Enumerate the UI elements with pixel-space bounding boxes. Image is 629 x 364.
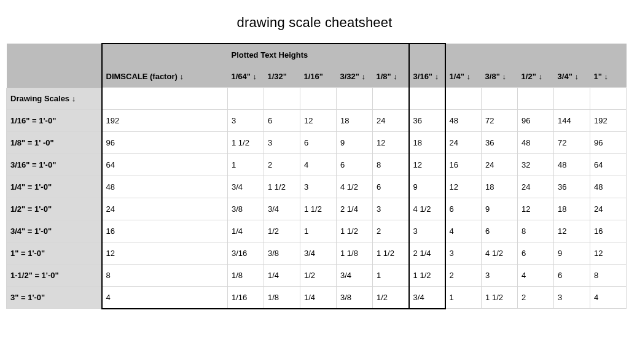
value-cell: 32 (518, 153, 554, 176)
row-scale-label: 1-1/2" = 1'-0" (7, 264, 102, 286)
value-cell: 2 1/4 (409, 242, 445, 264)
col-1: 1" ↓ (590, 66, 627, 88)
value-cell: 3 (300, 176, 337, 198)
value-cell: 6 (337, 153, 373, 176)
value-cell: 96 (518, 109, 554, 131)
table-row: 3/4" = 1'-0"161/41/211 1/2234681216 (7, 220, 627, 242)
value-cell: 9 (337, 131, 373, 153)
table-row: 1-1/2" = 1'-0"81/81/41/23/411 1/223468 (7, 264, 627, 286)
value-cell: 12 (590, 242, 627, 264)
drawing-scales-label-row: Drawing Scales ↓ (7, 88, 627, 110)
value-cell: 1 1/2 (300, 198, 337, 220)
value-cell: 1/2 (373, 286, 409, 309)
value-cell: 3/8 (337, 286, 373, 309)
value-cell: 2 1/4 (337, 198, 373, 220)
value-cell: 1 1/2 (373, 242, 409, 264)
cheatsheet-table: Plotted Text Heights DIMSCALE (factor) ↓… (6, 43, 627, 309)
value-cell: 1 1/2 (264, 176, 300, 198)
value-cell: 24 (373, 109, 409, 131)
value-cell: 36 (554, 176, 590, 198)
col-3-32: 3/32" ↓ (337, 66, 373, 88)
value-cell: 1/8 (228, 264, 264, 286)
dimscale-cell: 4 (102, 286, 228, 309)
value-cell: 2 (518, 286, 554, 309)
value-cell: 3/4 (337, 264, 373, 286)
table-row: 1" = 1'-0"123/163/83/41 1/81 1/22 1/434 … (7, 242, 627, 264)
cell-empty (590, 88, 627, 110)
value-cell: 6 (300, 131, 337, 153)
value-cell: 2 (445, 264, 482, 286)
value-cell: 12 (554, 220, 590, 242)
dimscale-cell: 16 (102, 220, 228, 242)
value-cell: 12 (300, 109, 337, 131)
row-scale-label: 3/4" = 1'-0" (7, 220, 102, 242)
col-3-4: 3/4" ↓ (554, 66, 590, 88)
value-cell: 3 (554, 286, 590, 309)
row-scale-label: 3" = 1'-0" (7, 286, 102, 309)
row-scale-label: 1/8" = 1' -0" (7, 131, 102, 153)
drawing-scales-label: Drawing Scales ↓ (7, 88, 102, 110)
value-cell: 6 (373, 176, 409, 198)
value-cell: 6 (445, 198, 482, 220)
plotted-text-heights-label: Plotted Text Heights (232, 50, 308, 60)
value-cell: 72 (482, 109, 518, 131)
value-cell: 6 (264, 109, 300, 131)
value-cell: 1 (373, 264, 409, 286)
value-cell: 1/2 (264, 220, 300, 242)
row-scale-label: 1/4" = 1'-0" (7, 176, 102, 198)
dimscale-cell: 24 (102, 198, 228, 220)
value-cell: 6 (554, 264, 590, 286)
dimscale-cell: 12 (102, 242, 228, 264)
value-cell: 24 (445, 131, 482, 153)
col-1-16: 1/16" (300, 66, 337, 88)
value-cell: 48 (590, 176, 627, 198)
value-cell: 1/4 (300, 286, 337, 309)
value-cell: 16 (590, 220, 627, 242)
header-row-2: DIMSCALE (factor) ↓ 1/64" ↓ 1/32" 1/16" … (7, 66, 627, 88)
value-cell: 3/4 (228, 176, 264, 198)
cell-empty (300, 88, 337, 110)
value-cell: 8 (518, 220, 554, 242)
value-cell: 72 (554, 131, 590, 153)
value-cell: 6 (482, 220, 518, 242)
value-cell: 18 (482, 176, 518, 198)
col-3-16: 3/16" ↓ (409, 66, 445, 88)
value-cell: 36 (409, 109, 445, 131)
dimscale-cell: 192 (102, 109, 228, 131)
dimscale-cell: 48 (102, 176, 228, 198)
value-cell: 64 (590, 153, 627, 176)
value-cell: 48 (554, 153, 590, 176)
value-cell: 3/8 (228, 198, 264, 220)
value-cell: 2 (264, 153, 300, 176)
value-cell: 1/8 (264, 286, 300, 309)
value-cell: 36 (482, 131, 518, 153)
value-cell: 192 (590, 109, 627, 131)
value-cell: 4 (300, 153, 337, 176)
value-cell: 1 1/2 (337, 220, 373, 242)
value-cell: 48 (518, 131, 554, 153)
value-cell: 9 (409, 176, 445, 198)
value-cell: 24 (482, 153, 518, 176)
value-cell: 12 (409, 153, 445, 176)
row-scale-label: 1/2" = 1'-0" (7, 198, 102, 220)
value-cell: 9 (482, 198, 518, 220)
value-cell: 2 (373, 220, 409, 242)
value-cell: 96 (590, 131, 627, 153)
value-cell: 1 (300, 220, 337, 242)
col-3-8: 3/8" ↓ (482, 66, 518, 88)
value-cell: 3/8 (264, 242, 300, 264)
table-row: 1/16" = 1'-0"1923612182436487296144192 (7, 109, 627, 131)
table-row: 3/16" = 1'-0"6412468121624324864 (7, 153, 627, 176)
value-cell: 3 (482, 264, 518, 286)
dimscale-label: DIMSCALE (factor) ↓ (106, 72, 184, 81)
value-cell: 3/4 (264, 198, 300, 220)
col-1-32: 1/32" (264, 66, 300, 88)
value-cell: 6 (518, 242, 554, 264)
value-cell: 3/4 (300, 242, 337, 264)
value-cell: 3 (373, 198, 409, 220)
value-cell: 4 1/2 (409, 198, 445, 220)
table-row: 1/8" = 1' -0"961 1/236912182436487296 (7, 131, 627, 153)
row-scale-label: 3/16" = 1'-0" (7, 153, 102, 176)
value-cell: 24 (518, 176, 554, 198)
cell-empty (554, 88, 590, 110)
